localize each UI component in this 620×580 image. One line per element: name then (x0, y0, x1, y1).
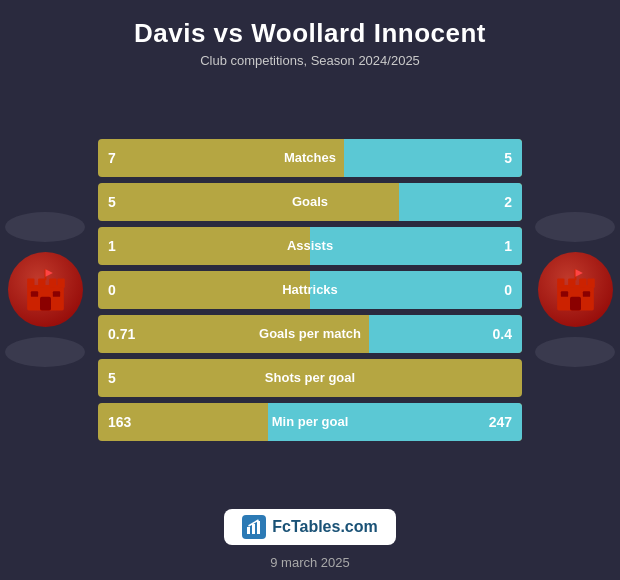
left-team-logo (8, 252, 83, 327)
stat-left-value: 1 (108, 238, 116, 254)
stat-right-value: 0.4 (493, 326, 512, 342)
stat-row: 1Assists1 (98, 227, 522, 265)
svg-rect-7 (52, 291, 59, 297)
stat-right-value: 0 (504, 282, 512, 298)
stat-label: Hattricks (282, 282, 338, 297)
page-subtitle: Club competitions, Season 2024/2025 (10, 53, 610, 68)
stat-right-value: 247 (489, 414, 512, 430)
bar-right-overlay (344, 139, 522, 177)
stats-container: 7Matches55Goals21Assists10Hattricks00.71… (90, 139, 530, 441)
stat-left-value: 5 (108, 194, 116, 210)
left-team-castle-icon (18, 262, 73, 317)
svg-rect-11 (557, 279, 564, 288)
stat-label: Shots per goal (265, 370, 355, 385)
stat-row: 0.71Goals per match0.4 (98, 315, 522, 353)
svg-rect-16 (560, 291, 567, 297)
footer-logo-container: FcTables.com (224, 509, 396, 545)
stat-right-value: 1 (504, 238, 512, 254)
stat-label: Goals (292, 194, 328, 209)
right-team-logo (538, 252, 613, 327)
fctables-text: FcTables.com (272, 518, 378, 536)
stat-right-value: 5 (504, 150, 512, 166)
svg-rect-3 (49, 279, 56, 288)
stat-row: 7Matches5 (98, 139, 522, 177)
stat-row: 5Goals2 (98, 183, 522, 221)
page-title: Davis vs Woollard Innocent (10, 18, 610, 49)
left-team (0, 212, 90, 367)
svg-rect-15 (570, 297, 581, 311)
svg-rect-4 (57, 279, 64, 288)
stat-row: 163Min per goal247 (98, 403, 522, 441)
stat-left-value: 7 (108, 150, 116, 166)
svg-rect-21 (252, 524, 255, 534)
stat-left-value: 5 (108, 370, 116, 386)
svg-rect-20 (247, 527, 250, 534)
right-team-castle-icon (548, 262, 603, 317)
stat-right-value: 2 (504, 194, 512, 210)
footer-date: 9 march 2025 (270, 555, 350, 570)
right-team-oval-top (535, 212, 615, 242)
main-content: 7Matches55Goals21Assists10Hattricks00.71… (0, 74, 620, 497)
stat-label: Matches (284, 150, 336, 165)
svg-rect-5 (40, 297, 51, 311)
right-team-oval-bottom (535, 337, 615, 367)
stat-label: Assists (287, 238, 333, 253)
left-team-oval-bottom (5, 337, 85, 367)
svg-rect-22 (257, 521, 260, 534)
svg-rect-14 (587, 279, 594, 288)
stat-left-value: 0 (108, 282, 116, 298)
header: Davis vs Woollard Innocent Club competit… (0, 0, 620, 74)
stat-row: 0Hattricks0 (98, 271, 522, 309)
bar-right-overlay (310, 227, 522, 265)
chart-icon (246, 519, 262, 535)
svg-rect-2 (38, 279, 45, 288)
svg-rect-6 (30, 291, 37, 297)
stat-label: Goals per match (259, 326, 361, 341)
right-team (530, 212, 620, 367)
page-background: Davis vs Woollard Innocent Club competit… (0, 0, 620, 580)
stat-left-value: 0.71 (108, 326, 135, 342)
svg-rect-17 (582, 291, 589, 297)
svg-marker-19 (575, 269, 582, 276)
svg-marker-9 (45, 269, 52, 276)
stat-label: Min per goal (272, 414, 349, 429)
stat-row: 5Shots per goal (98, 359, 522, 397)
svg-rect-13 (579, 279, 586, 288)
bar-right-overlay (310, 271, 522, 309)
stat-left-value: 163 (108, 414, 131, 430)
left-team-oval-top (5, 212, 85, 242)
fctables-icon (242, 515, 266, 539)
svg-rect-1 (27, 279, 34, 288)
svg-rect-12 (568, 279, 575, 288)
